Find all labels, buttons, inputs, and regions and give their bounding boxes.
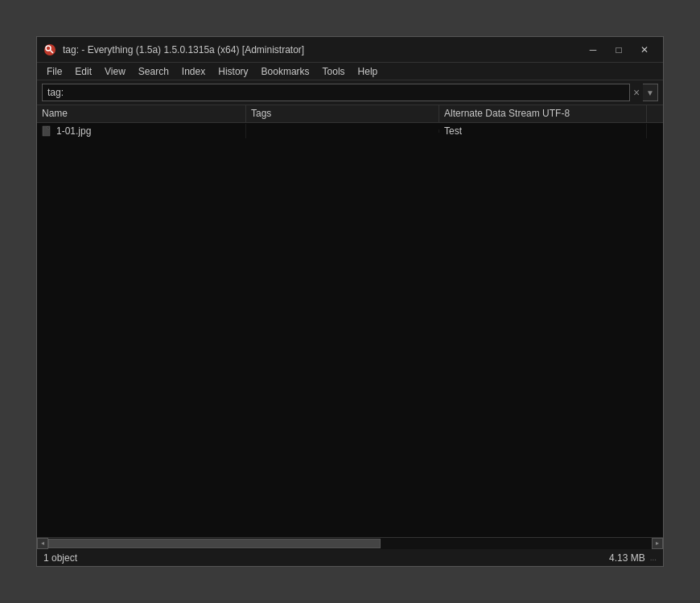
status-bar: 1 object 4.13 MB ... [37,548,663,566]
search-bar: × ▼ [37,80,663,105]
scroll-right-button[interactable]: ▸ [652,538,663,549]
minimize-button[interactable]: ─ [581,42,605,58]
column-tags[interactable]: Tags [246,105,439,122]
status-right: 4.13 MB ... [609,552,657,564]
menu-view[interactable]: View [98,63,132,80]
filename: 1-01.jpg [56,125,91,137]
menu-edit[interactable]: Edit [68,63,98,80]
status-object-count: 1 object [43,552,77,564]
table-header: Name Tags Alternate Data Stream UTF-8 [37,105,663,123]
menu-history[interactable]: History [212,63,254,80]
window-controls: ─ □ ✕ [581,42,657,58]
app-icon [43,43,56,56]
file-icon [42,125,53,137]
scroll-track[interactable] [48,538,652,549]
status-size: 4.13 MB [609,552,645,564]
status-dots: ... [650,553,657,562]
scroll-left-button[interactable]: ◂ [37,538,48,549]
table-row[interactable]: 1-01.jpg Test [37,123,663,139]
search-input[interactable] [42,84,630,101]
window-title: tag: - Everything (1.5a) 1.5.0.1315a (x6… [63,44,581,55]
horizontal-scrollbar[interactable]: ◂ ▸ [37,537,663,548]
column-ads[interactable]: Alternate Data Stream UTF-8 [439,105,647,122]
menu-bookmarks[interactable]: Bookmarks [255,63,316,80]
menu-search[interactable]: Search [132,63,175,80]
column-extra [647,105,663,122]
menu-index[interactable]: Index [175,63,212,80]
close-button[interactable]: ✕ [632,42,657,58]
cell-extra [647,129,663,133]
cell-ads: Test [439,124,647,138]
search-clear-button[interactable]: × [630,87,643,98]
main-window: tag: - Everything (1.5a) 1.5.0.1315a (x6… [36,36,664,567]
search-dropdown-button[interactable]: ▼ [643,84,658,101]
title-bar: tag: - Everything (1.5a) 1.5.0.1315a (x6… [37,37,663,63]
menu-help[interactable]: Help [352,63,385,80]
table-body: 1-01.jpg Test [37,123,663,537]
menu-tools[interactable]: Tools [316,63,352,80]
cell-name: 1-01.jpg [37,124,246,138]
menu-bar: File Edit View Search Index History Book… [37,63,663,80]
menu-file[interactable]: File [40,63,68,80]
column-name[interactable]: Name [37,105,246,122]
cell-tags [246,129,439,133]
scroll-thumb[interactable] [48,539,381,548]
maximize-button[interactable]: □ [607,42,631,58]
